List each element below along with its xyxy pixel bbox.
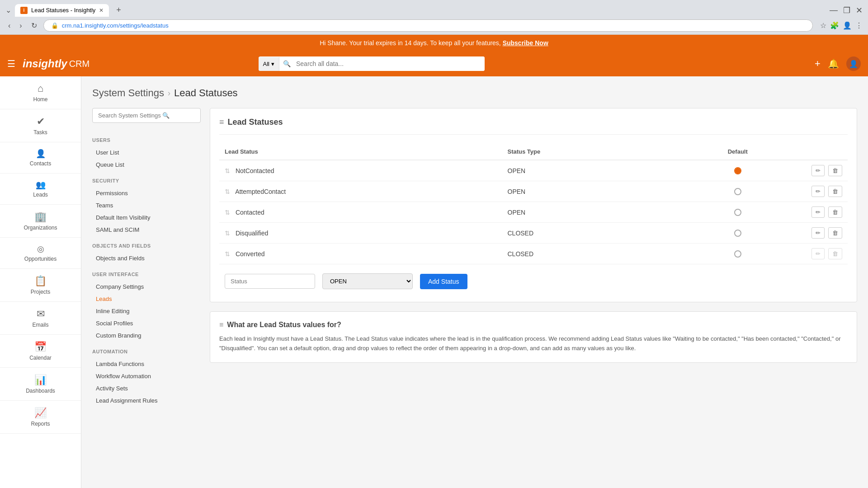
settings-nav-queue-list[interactable]: Queue List xyxy=(92,159,201,171)
edit-button[interactable]: ✏ xyxy=(811,186,825,197)
settings-nav-workflow-automation[interactable]: Workflow Automation xyxy=(92,370,201,382)
forward-button[interactable]: › xyxy=(17,20,24,32)
edit-button[interactable]: ✏ xyxy=(811,206,825,218)
back-button[interactable]: ‹ xyxy=(5,20,13,32)
table-row: ⇅ NotContacted OPEN ✏ 🗑 xyxy=(219,160,848,181)
cell-actions: ✏ 🗑 xyxy=(785,202,848,223)
settings-nav-permissions[interactable]: Permissions xyxy=(92,187,201,199)
settings-nav-lead-assignment-rules[interactable]: Lead Assignment Rules xyxy=(92,394,201,407)
sidebar-item-dashboards[interactable]: 📊 Dashboards xyxy=(0,368,81,401)
refresh-button[interactable]: ↻ xyxy=(28,19,40,32)
cell-lead-status: ⇅ AttemptedContact xyxy=(219,181,502,202)
settings-nav-activity-sets[interactable]: Activity Sets xyxy=(92,382,201,394)
drag-handle-icon[interactable]: ⇅ xyxy=(225,167,230,174)
sidebar-item-projects[interactable]: 📋 Projects xyxy=(0,269,81,302)
drag-handle-icon[interactable]: ⇅ xyxy=(225,209,230,216)
delete-button[interactable]: 🗑 xyxy=(828,206,842,218)
profile-icon[interactable]: 👤 xyxy=(843,21,852,30)
status-name: Disqualified xyxy=(236,230,268,237)
settings-panel: USERS User List Queue List SECURITY Perm… xyxy=(92,108,857,407)
bookmark-icon[interactable]: ☆ xyxy=(820,21,826,30)
cell-lead-status: ⇅ Disqualified xyxy=(219,223,502,244)
settings-nav-default-item-visibility[interactable]: Default Item Visibility xyxy=(92,211,201,224)
drag-handle-icon[interactable]: ⇅ xyxy=(225,230,230,237)
settings-section-objects: OBJECTS AND FIELDS xyxy=(92,243,201,249)
delete-button: 🗑 xyxy=(828,248,842,259)
maximize-button[interactable]: ❐ xyxy=(843,5,850,15)
settings-nav-saml-scim[interactable]: SAML and SCIM xyxy=(92,224,201,236)
tab-list-icon[interactable]: ⌄ xyxy=(5,6,11,14)
settings-nav-lambda-functions[interactable]: Lambda Functions xyxy=(92,358,201,370)
tab-close-button[interactable]: ✕ xyxy=(99,7,104,14)
add-button[interactable]: + xyxy=(815,58,821,70)
search-all-dropdown[interactable]: All ▾ xyxy=(259,57,279,71)
sidebar-item-reports[interactable]: 📈 Reports xyxy=(0,401,81,434)
cell-actions: ✏ 🗑 xyxy=(785,223,848,244)
sidebar-item-emails[interactable]: ✉ Emails xyxy=(0,302,81,335)
sidebar-item-contacts[interactable]: 👤 Contacts xyxy=(0,142,81,174)
settings-nav-inline-editing[interactable]: Inline Editing xyxy=(92,305,201,317)
search-input[interactable] xyxy=(291,56,485,71)
table-header: Lead Status Status Type Default xyxy=(219,144,848,160)
emails-icon: ✉ xyxy=(37,308,45,320)
sidebar-item-home[interactable]: ⌂ Home xyxy=(0,76,81,109)
new-tab-button[interactable]: + xyxy=(113,4,125,17)
sidebar: ⌂ Home ✔ Tasks 👤 Contacts 👥 Leads 🏢 Orga… xyxy=(0,76,81,488)
projects-icon: 📋 xyxy=(34,275,47,287)
sidebar-item-opportunities[interactable]: ◎ Opportunities xyxy=(0,238,81,269)
sidebar-item-tasks[interactable]: ✔ Tasks xyxy=(0,109,81,142)
settings-nav-social-profiles[interactable]: Social Profiles xyxy=(92,317,201,329)
settings-nav-leads[interactable]: Leads xyxy=(92,293,201,305)
sidebar-item-organizations[interactable]: 🏢 Organizations xyxy=(0,205,81,238)
drag-handle-icon[interactable]: ⇅ xyxy=(225,250,230,258)
drag-handle-icon[interactable]: ⇅ xyxy=(225,188,230,195)
cell-default xyxy=(691,244,785,264)
calendar-icon: 📅 xyxy=(34,341,47,353)
delete-button[interactable]: 🗑 xyxy=(828,227,842,239)
cell-default xyxy=(691,160,785,181)
add-status-button[interactable]: Add Status xyxy=(420,274,467,289)
default-radio[interactable] xyxy=(734,250,741,258)
cell-status-type: OPEN xyxy=(502,181,691,202)
delete-button[interactable]: 🗑 xyxy=(828,186,842,197)
new-status-input[interactable] xyxy=(225,274,315,289)
menu-icon[interactable]: ⋮ xyxy=(855,21,863,30)
breadcrumb-parent[interactable]: System Settings xyxy=(92,87,164,99)
default-radio-checked[interactable] xyxy=(734,167,741,174)
tasks-icon: ✔ xyxy=(37,116,45,127)
settings-nav-objects-fields[interactable]: Objects and Fields xyxy=(92,252,201,264)
default-radio[interactable] xyxy=(734,230,741,237)
edit-button[interactable]: ✏ xyxy=(811,227,825,239)
subscribe-link[interactable]: Subscribe Now xyxy=(503,39,548,47)
status-name: Contacted xyxy=(236,209,264,216)
cell-default xyxy=(691,202,785,223)
browser-tab-active[interactable]: i Lead Statuses - Insightly ✕ xyxy=(15,4,109,17)
notifications-bell-icon[interactable]: 🔔 xyxy=(828,58,839,69)
leads-icon: 👥 xyxy=(36,180,46,190)
sidebar-item-leads[interactable]: 👥 Leads xyxy=(0,174,81,205)
user-avatar[interactable]: 👤 xyxy=(846,56,861,71)
default-radio[interactable] xyxy=(734,209,741,216)
hamburger-menu[interactable]: ☰ xyxy=(7,58,15,69)
address-bar[interactable]: 🔒 crm.na1.insightly.com/settings/leadsta… xyxy=(43,19,813,32)
settings-nav-teams[interactable]: Teams xyxy=(92,199,201,211)
tab-favicon: i xyxy=(20,7,28,14)
main-content: System Settings › Lead Statuses USERS Us… xyxy=(81,76,868,488)
settings-nav-user-list[interactable]: User List xyxy=(92,146,201,159)
close-button[interactable]: ✕ xyxy=(856,5,863,15)
window-controls: — ❐ ✕ xyxy=(830,5,863,15)
info-title-icon: ≡ xyxy=(219,321,223,329)
edit-button[interactable]: ✏ xyxy=(811,165,825,176)
minimize-button[interactable]: — xyxy=(830,5,838,15)
browser-nav-icons: ☆ 🧩 👤 ⋮ xyxy=(820,21,863,30)
add-status-row: OPEN CLOSED Add Status xyxy=(219,270,848,293)
extension-icon[interactable]: 🧩 xyxy=(830,21,839,30)
new-status-type-select[interactable]: OPEN CLOSED xyxy=(322,273,413,289)
default-radio[interactable] xyxy=(734,188,741,195)
settings-nav-custom-branding[interactable]: Custom Branding xyxy=(92,329,201,342)
settings-nav-company-settings[interactable]: Company Settings xyxy=(92,281,201,293)
sidebar-item-calendar[interactable]: 📅 Calendar xyxy=(0,335,81,368)
delete-button[interactable]: 🗑 xyxy=(828,165,842,176)
settings-section-automation: AUTOMATION xyxy=(92,349,201,354)
settings-search-input[interactable] xyxy=(92,108,201,123)
